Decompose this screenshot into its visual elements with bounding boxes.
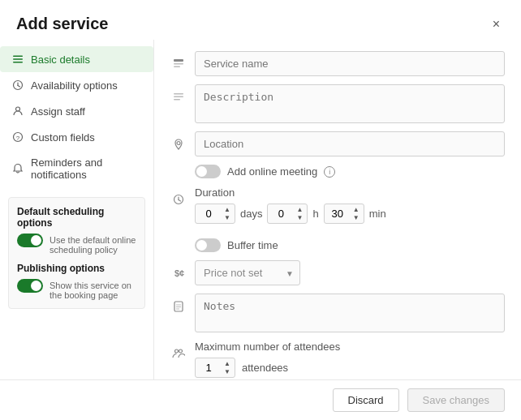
sidebar-item-assign-staff[interactable]: Assign staff xyxy=(0,98,153,124)
sidebar-item-reminders-label: Reminders and notifications xyxy=(31,156,142,181)
person-icon xyxy=(11,105,24,118)
sidebar-item-reminders[interactable]: Reminders and notifications xyxy=(0,150,153,187)
svg-point-6 xyxy=(16,107,20,111)
price-select-wrapper: Price not set ▼ xyxy=(195,260,300,285)
bell-icon xyxy=(11,162,24,175)
notes-row xyxy=(170,294,505,332)
description-input[interactable] xyxy=(195,84,505,123)
sidebar-item-availability-options[interactable]: Availability options xyxy=(0,72,153,98)
svg-rect-9 xyxy=(174,59,183,62)
attendees-unit: attendees xyxy=(242,362,288,374)
svg-text:?: ? xyxy=(16,135,20,142)
discard-button[interactable]: Discard xyxy=(333,388,399,412)
online-meeting-info-icon[interactable]: i xyxy=(324,166,335,178)
online-meeting-toggle[interactable] xyxy=(195,165,221,178)
sidebar-item-assign-staff-label: Assign staff xyxy=(31,105,85,118)
attendees-spinbtns: ▲ ▼ xyxy=(222,360,233,376)
price-row: $¢ Price not set ▼ xyxy=(170,260,505,285)
duration-days-spinner: ▲ ▼ xyxy=(195,204,235,224)
location-row xyxy=(170,131,505,156)
duration-section: Duration ▲ ▼ days xyxy=(170,186,505,230)
duration-hours-up[interactable]: ▲ xyxy=(294,206,305,214)
question-icon: ? xyxy=(11,131,24,144)
service-name-row xyxy=(170,51,505,76)
duration-days-up[interactable]: ▲ xyxy=(222,206,233,214)
max-attendees-label: Maximum number of attendees xyxy=(195,341,505,353)
modal-body: Basic details Availability options xyxy=(0,40,521,379)
modal-title: Add service xyxy=(16,15,108,33)
description-row xyxy=(170,84,505,123)
online-meeting-row: Add online meeting i xyxy=(170,165,505,178)
duration-days-down[interactable]: ▼ xyxy=(222,214,233,222)
duration-icon xyxy=(170,193,187,206)
duration-days-input[interactable] xyxy=(196,204,222,223)
duration-hours-spinner: ▲ ▼ xyxy=(267,204,308,224)
attendees-content: Maximum number of attendees ▲ ▼ attendee… xyxy=(195,341,505,379)
svg-rect-2 xyxy=(13,62,23,63)
days-unit: days xyxy=(240,208,262,220)
attendees-spinner: ▲ ▼ xyxy=(195,358,235,378)
duration-hours-spinbtns: ▲ ▼ xyxy=(294,206,305,222)
location-input[interactable] xyxy=(195,131,505,156)
sidebar-item-custom-fields-label: Custom fields xyxy=(31,131,95,144)
attendees-down[interactable]: ▼ xyxy=(222,368,233,376)
sidebar-item-basic-details[interactable]: Basic details xyxy=(0,46,153,72)
svg-rect-11 xyxy=(174,66,180,68)
svg-rect-14 xyxy=(174,99,180,101)
max-attendees-section: Maximum number of attendees ▲ ▼ attendee… xyxy=(170,341,505,379)
duration-days-spinbtns: ▲ ▼ xyxy=(222,206,233,222)
close-button[interactable]: × xyxy=(488,15,505,33)
sidebar: Basic details Availability options xyxy=(0,40,154,379)
service-name-icon xyxy=(170,58,187,71)
duration-inputs: ▲ ▼ days ▲ ▼ h xyxy=(195,204,505,224)
buffer-time-toggle[interactable] xyxy=(195,238,221,252)
publishing-toggle-row: Show this service on the booking page xyxy=(17,279,136,300)
mins-unit: min xyxy=(369,208,386,220)
svg-rect-12 xyxy=(174,93,183,95)
publishing-subtitle: Show this service on the booking page xyxy=(50,281,136,300)
default-scheduling-box: Default scheduling options Use the defau… xyxy=(8,197,145,309)
svg-point-15 xyxy=(177,142,180,145)
attendees-input[interactable] xyxy=(196,358,222,377)
menu-icon xyxy=(11,53,24,66)
service-name-input[interactable] xyxy=(195,51,505,76)
svg-line-5 xyxy=(18,86,20,88)
sidebar-item-custom-fields[interactable]: ? Custom fields xyxy=(0,124,153,150)
duration-hours-down[interactable]: ▼ xyxy=(294,214,305,222)
sidebar-item-availability-label: Availability options xyxy=(31,79,118,92)
online-meeting-label: Add online meeting xyxy=(227,165,317,178)
price-icon: $¢ xyxy=(170,267,187,280)
duration-hours-input[interactable] xyxy=(268,204,294,223)
svg-rect-0 xyxy=(13,56,23,58)
publishing-toggle[interactable] xyxy=(17,279,43,293)
modal-header: Add service × xyxy=(0,0,521,40)
svg-line-18 xyxy=(179,200,181,202)
attendees-row: ▲ ▼ attendees xyxy=(195,358,505,378)
clock-icon xyxy=(11,79,24,92)
notes-input[interactable] xyxy=(195,294,505,332)
buffer-time-label: Buffer time xyxy=(227,239,278,251)
save-button[interactable]: Save changes xyxy=(407,388,505,412)
description-icon xyxy=(170,91,187,104)
buffer-time-row: Buffer time xyxy=(170,238,505,252)
duration-mins-up[interactable]: ▲ xyxy=(351,206,362,214)
svg-text:$¢: $¢ xyxy=(174,268,184,278)
duration-mins-spinner: ▲ ▼ xyxy=(324,204,364,224)
attendees-up[interactable]: ▲ xyxy=(222,360,233,368)
publishing-title: Publishing options xyxy=(17,263,136,274)
content-area: Add online meeting i Duration xyxy=(154,40,521,379)
default-scheduling-toggle[interactable] xyxy=(17,234,43,247)
duration-mins-spinbtns: ▲ ▼ xyxy=(351,206,362,222)
svg-point-25 xyxy=(179,349,183,353)
default-scheduling-toggle-row: Use the default online scheduling policy xyxy=(17,234,136,255)
add-service-modal: Add service × Basic details xyxy=(0,0,521,420)
location-icon xyxy=(170,138,187,151)
attendees-icon xyxy=(170,347,187,360)
svg-point-24 xyxy=(175,349,179,353)
default-scheduling-subtitle: Use the default online scheduling policy xyxy=(50,235,136,255)
svg-rect-13 xyxy=(174,96,183,98)
default-scheduling-title: Default scheduling options xyxy=(17,206,136,229)
duration-mins-down[interactable]: ▼ xyxy=(351,214,362,222)
price-select[interactable]: Price not set xyxy=(195,260,300,285)
duration-mins-input[interactable] xyxy=(325,204,351,223)
